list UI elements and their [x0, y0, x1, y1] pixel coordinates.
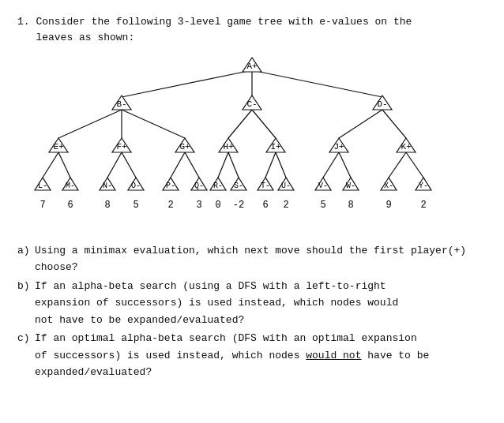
svg-text:2: 2	[283, 200, 288, 211]
answer-c: c) If an optimal alpha-beta search (DFS …	[17, 330, 487, 380]
answer-c-line2: of successors) is used instead, which no…	[35, 350, 429, 361]
answer-c-label: c)	[17, 330, 35, 346]
answer-a: a) Using a minimax evaluation, which nex…	[17, 242, 487, 276]
svg-text:6: 6	[262, 200, 268, 211]
answer-c-line3: expanded/evaluated?	[35, 366, 152, 378]
svg-text:3: 3	[196, 200, 201, 211]
svg-text:L-: L-	[38, 182, 47, 190]
svg-text:Y-: Y-	[419, 182, 428, 190]
svg-text:T-: T-	[261, 182, 270, 190]
svg-text:P-: P-	[166, 182, 175, 190]
tree-svg: A+ B- C- D- E+ F+ G+ H+	[19, 50, 485, 239]
answer-b: b) If an alpha-beta search (using a DFS …	[17, 278, 487, 328]
svg-text:E+: E+	[53, 142, 63, 152]
question-header: 1. Consider the following 3-level game t…	[17, 14, 487, 45]
svg-text:H+: H+	[223, 142, 233, 152]
svg-line-16	[218, 152, 228, 178]
svg-text:0: 0	[215, 200, 220, 211]
svg-line-19	[276, 152, 286, 178]
svg-text:R-: R-	[213, 182, 223, 190]
svg-line-0	[122, 70, 252, 97]
svg-text:2: 2	[167, 200, 173, 211]
svg-text:9: 9	[386, 200, 391, 211]
svg-text:C-: C-	[246, 99, 257, 109]
svg-text:2: 2	[420, 200, 426, 211]
svg-text:X-: X-	[384, 182, 393, 190]
svg-text:K+: K+	[401, 142, 411, 152]
svg-line-10	[43, 152, 58, 178]
svg-text:N-: N-	[103, 182, 112, 190]
svg-line-5	[122, 110, 185, 138]
answer-b-text: If an alpha-beta search (using a DFS wit…	[35, 278, 487, 328]
svg-line-15	[185, 152, 199, 178]
svg-text:A+: A+	[246, 62, 257, 71]
svg-text:-2: -2	[233, 200, 244, 211]
svg-text:8: 8	[348, 200, 353, 211]
svg-line-12	[107, 152, 122, 178]
answer-b-line2: expansion of successors) is used instead…	[35, 297, 398, 309]
answer-b-line1: If an alpha-beta search (using a DFS wit…	[35, 280, 386, 292]
svg-text:5: 5	[320, 200, 325, 211]
answer-b-line3: not have to be expanded/evaluated?	[35, 314, 244, 326]
svg-line-11	[58, 152, 70, 178]
svg-line-2	[252, 70, 382, 97]
svg-line-17	[228, 152, 239, 178]
question-line2: leaves as shown:	[36, 32, 134, 43]
svg-text:7: 7	[39, 200, 45, 211]
svg-line-6	[228, 110, 252, 138]
answer-a-text: Using a minimax evaluation, which next m…	[35, 242, 487, 276]
svg-text:F+: F+	[116, 142, 126, 152]
svg-line-8	[339, 110, 382, 138]
svg-line-23	[406, 152, 423, 178]
svg-text:8: 8	[104, 200, 110, 211]
svg-line-14	[171, 152, 185, 178]
svg-line-3	[58, 110, 122, 138]
svg-line-9	[382, 110, 406, 138]
svg-text:B-: B-	[116, 99, 126, 109]
page: 1. Consider the following 3-level game t…	[0, 0, 504, 391]
svg-line-18	[265, 152, 276, 178]
svg-text:W-: W-	[346, 182, 355, 190]
question-line1: Consider the following 3-level game tree…	[36, 16, 412, 28]
svg-text:S-: S-	[234, 182, 243, 190]
svg-text:G+: G+	[179, 142, 190, 152]
svg-text:D-: D-	[377, 99, 387, 109]
svg-text:M-: M-	[66, 182, 75, 190]
answer-a-label: a)	[17, 242, 35, 259]
svg-text:I+: I+	[270, 142, 280, 152]
answer-c-line1: If an optimal alpha-beta search (DFS wit…	[35, 332, 417, 344]
svg-text:J+: J+	[333, 142, 344, 152]
svg-text:U-: U-	[281, 182, 291, 190]
answer-c-text: If an optimal alpha-beta search (DFS wit…	[35, 330, 487, 380]
svg-text:5: 5	[133, 200, 138, 211]
svg-line-7	[252, 110, 276, 138]
svg-line-13	[122, 152, 136, 178]
svg-text:Q-: Q-	[194, 182, 204, 190]
question-number: 1.	[17, 16, 30, 28]
answers-section: a) Using a minimax evaluation, which nex…	[17, 242, 487, 381]
svg-line-22	[389, 152, 406, 178]
svg-text:O-: O-	[131, 182, 141, 190]
tree-diagram: A+ B- C- D- E+ F+ G+ H+	[19, 50, 485, 239]
answer-b-label: b)	[17, 278, 35, 294]
svg-line-21	[339, 152, 351, 178]
svg-text:6: 6	[67, 200, 73, 211]
svg-text:V-: V-	[318, 182, 328, 190]
svg-line-20	[323, 152, 339, 178]
